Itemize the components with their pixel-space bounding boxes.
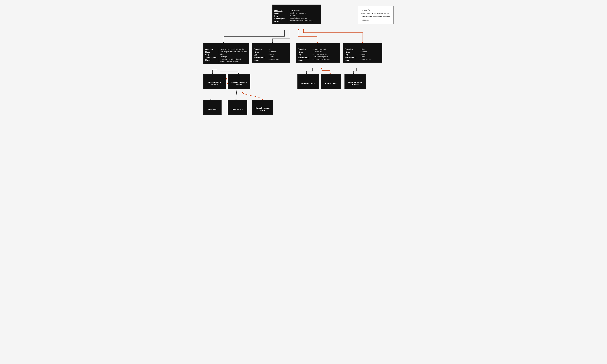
sub-menu-subscription[interactable]: Subscription (298, 56, 309, 59)
hives-body: Overview Hives Log Subscription Users - … (203, 47, 249, 64)
log-dots: ... (252, 43, 290, 47)
sub-menu-log[interactable]: Log (298, 53, 309, 56)
hives-menu-users[interactable]: Users (205, 59, 216, 62)
log-menu-users[interactable]: Users (254, 59, 265, 62)
users-c2: - user role (359, 51, 371, 53)
add-edit-delete-dots: ... (345, 75, 366, 78)
note-line2: - feed: alerts + notifications + issues (361, 12, 390, 15)
sub-menu-hives[interactable]: Hives (298, 51, 309, 53)
root-menu-hives[interactable]: Hives (274, 12, 285, 15)
root-content: - map overview - graph view (structure) … (287, 8, 318, 24)
root-body: Overview Hives Log Subscription Users - … (273, 8, 321, 24)
note-line3: - confirmation modals and popovers (361, 15, 390, 18)
add-edit-office-node: ... Add/Edit Office (297, 74, 319, 89)
log-menu-log[interactable]: Log (254, 53, 265, 56)
hivecell-edit-label: Hivecell edit (228, 104, 247, 115)
sub-c2: - general info (312, 51, 330, 53)
users-c4: - email (359, 55, 371, 58)
sub-menu-users[interactable]: Users (298, 59, 309, 62)
root-menu-subscription[interactable]: Subscription (274, 17, 285, 20)
svg-point-0 (298, 29, 299, 30)
hives-c4: - bulk actions: reboot, install runtime/… (220, 58, 247, 63)
users-c3: - userpic (359, 53, 371, 55)
hivecell-request-node: ... Hivecell request form (252, 100, 273, 115)
sub-menu-overview[interactable]: Overview (298, 48, 309, 51)
root-menu-users[interactable]: Users (274, 20, 285, 23)
hivecell-details-label: Hivecell details + actions (228, 78, 250, 89)
request-hive-label: Request Hive (321, 78, 341, 89)
users-content: - fullname - user role - userpic - email… (358, 47, 373, 63)
add-edit-office-dots: ... (298, 75, 318, 78)
hives-dots: ... (203, 43, 249, 47)
canvas: ... Overview Hives Log Subscription User… (197, 0, 410, 136)
hive-details-node: ... Hive details + actions (203, 74, 226, 89)
log-menu-subscription[interactable]: Subscription (254, 56, 265, 59)
hives-node: ... Overview Hives Log Subscription User… (203, 43, 249, 64)
svg-point-2 (242, 92, 243, 93)
root-node: ... Overview Hives Log Subscription User… (272, 5, 321, 24)
log-c2: - notifications (268, 51, 278, 53)
log-body: Overview Hives Log Subscription Users - … (252, 47, 290, 63)
root-dots: ... (273, 5, 321, 8)
svg-point-1 (303, 29, 304, 30)
sub-body: Overview Hives Log Subscription Users - … (296, 47, 340, 63)
sub-dots: ... (296, 43, 340, 47)
note-box: × - my profile - feed: alerts + notifica… (358, 6, 394, 24)
hives-c1: - view by hives -> view hivecells (220, 48, 247, 51)
hivecell-details-dots: ... (228, 75, 250, 78)
hive-edit-label: Hive edit (203, 104, 221, 115)
add-edit-office-label: Add/Edit Office (298, 78, 318, 89)
users-menu-hives[interactable]: Hives (345, 51, 356, 53)
log-c3: - issues (268, 53, 278, 55)
hives-menu-log[interactable]: Log (205, 53, 216, 56)
add-edit-delete-label: Add/Edit/Delete profiles (345, 78, 366, 89)
users-menu-subscription[interactable]: Subscription (345, 56, 356, 59)
users-c1: - fullname (359, 48, 371, 51)
hive-edit-node: ... Hive edit (203, 100, 222, 115)
root-menu-overview[interactable]: Overview (274, 9, 285, 12)
users-menu-log[interactable]: Log (345, 53, 356, 56)
users-c5: - phone number (359, 58, 371, 61)
root-menu-log[interactable]: Log (274, 15, 285, 17)
root-content-line3: - list view (289, 14, 316, 17)
users-dots: ... (343, 43, 382, 47)
log-c4: - alerts (268, 55, 278, 58)
request-hive-node: ... Request Hive (321, 74, 341, 89)
sub-menu: Overview Hives Log Subscription Users (296, 47, 311, 63)
log-menu: Overview Hives Log Subscription Users (252, 47, 267, 63)
users-body: Overview Hives Log Subscription Users - … (343, 47, 382, 63)
users-menu-overview[interactable]: Overview (345, 48, 356, 51)
sub-c5: - request more devices (312, 58, 330, 61)
log-menu-overview[interactable]: Overview (254, 48, 265, 51)
hive-edit-dots: ... (203, 100, 221, 104)
note-line4: - support (361, 18, 390, 22)
hives-content: - view by hives -> view hivecells - filt… (218, 47, 249, 64)
note-line1: - my profile (361, 9, 390, 12)
request-hive-dots: ... (321, 75, 341, 78)
hivecell-details-node: ... Hivecell details + actions (228, 74, 251, 89)
note-close-button[interactable]: × (390, 7, 392, 12)
hive-details-label: Hive details + actions (203, 78, 226, 89)
users-node: ... Overview Hives Log Subscription User… (343, 43, 383, 63)
hivecell-edit-dots: ... (228, 100, 247, 104)
subscription-node: ... Overview Hives Log Subscription User… (296, 43, 340, 63)
log-c1: - all (268, 48, 278, 51)
sub-c4: - software image info (312, 55, 330, 58)
hive-details-dots: ... (203, 75, 226, 78)
add-edit-delete-node: ... Add/Edit/Delete profiles (344, 74, 366, 89)
hives-menu-overview[interactable]: Overview (205, 48, 216, 51)
root-menu: Overview Hives Log Subscription Users (273, 8, 287, 24)
root-content-line2: - graph view (structure) (289, 12, 316, 14)
root-content-line4: - overall stats (how many hives/hivecell… (289, 17, 316, 22)
hives-menu-subscription[interactable]: Subscription (205, 56, 216, 59)
root-content-line1: - map overview (289, 9, 316, 12)
users-menu-users[interactable]: Users (345, 59, 356, 62)
hivecell-edit-node: ... Hivecell edit (228, 100, 247, 115)
log-content: - all - notifications - issues - alerts … (267, 47, 280, 63)
log-menu-hives[interactable]: Hives (254, 51, 265, 53)
hives-c2: - filters by: status, software, address,… (220, 51, 247, 55)
log-c5: - user actions (268, 58, 278, 61)
sub-c1: - plan deployment (312, 48, 330, 51)
hives-menu: Overview Hives Log Subscription Users (203, 47, 218, 64)
hives-menu-hives[interactable]: Hives (205, 51, 216, 53)
